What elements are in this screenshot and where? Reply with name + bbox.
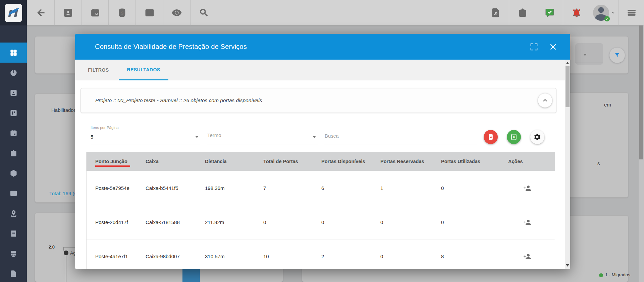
export-pdf-button[interactable] xyxy=(484,130,498,144)
chevron-up-icon xyxy=(542,97,548,104)
back-button[interactable] xyxy=(27,0,54,25)
assign-client-button[interactable] xyxy=(499,171,555,205)
topbar: $ xyxy=(0,0,644,25)
caret-down-icon[interactable] xyxy=(195,136,199,138)
tab-filtros[interactable]: FILTROS xyxy=(86,60,111,80)
sidebar-item-receipts[interactable] xyxy=(0,223,27,243)
modal-scrollbar[interactable] xyxy=(565,60,570,269)
sidebar-item-network[interactable] xyxy=(0,243,27,264)
screen: $ xyxy=(0,0,644,282)
caret-down-icon[interactable] xyxy=(313,136,316,138)
cell-total: 0 xyxy=(255,205,313,239)
scroll-up-arrow[interactable] xyxy=(566,62,569,64)
table-row: Poste-4a1e7f1 Caixa-98bd007 310.57m 10 2… xyxy=(87,239,555,269)
sidebar-item-billing[interactable]: $ xyxy=(0,183,27,203)
gear-icon xyxy=(533,133,541,141)
table-row: Poste-20d417f Caixa-5181588 211.82m 0 0 … xyxy=(87,205,555,239)
sidebar-item-charts[interactable] xyxy=(0,63,27,83)
logo-block[interactable] xyxy=(0,0,27,25)
project-accordion-title: Projeto :: 00_Projeto teste - Samuel :: … xyxy=(95,97,262,103)
scroll-down-arrow[interactable] xyxy=(566,264,569,267)
finance-button[interactable]: $ xyxy=(108,0,136,25)
col-header-portas-utilizadas[interactable]: Portas Utilizadas xyxy=(432,152,499,171)
busca-input[interactable] xyxy=(325,133,469,139)
items-per-page-label: Itens por Página xyxy=(91,126,119,130)
visibility-button[interactable] xyxy=(163,0,190,25)
money-card-icon: $ xyxy=(10,190,17,197)
col-header-ponto-juncao[interactable]: Ponto Junção xyxy=(87,152,137,171)
search-icon xyxy=(199,8,209,18)
col-header-portas-disponiveis[interactable]: Portas Disponíveis xyxy=(313,152,372,171)
termo-select[interactable] xyxy=(207,132,308,138)
message-check-icon xyxy=(545,8,555,18)
assign-client-button[interactable] xyxy=(499,205,555,239)
cell-caixa: Caixa-5181588 xyxy=(137,205,196,239)
col-header-acoes: Ações xyxy=(499,152,555,171)
sidebar-item-kit[interactable] xyxy=(0,143,27,163)
viability-modal: Consulta de Viabilidade de Prestação de … xyxy=(75,34,570,269)
col-header-distancia[interactable]: Distancia xyxy=(196,152,255,171)
pdf-file-icon xyxy=(491,8,501,18)
window-scrollbar[interactable] xyxy=(639,25,644,282)
approvals-button[interactable] xyxy=(536,0,563,25)
fullscreen-icon[interactable] xyxy=(530,43,538,51)
terminal-button[interactable] xyxy=(136,0,163,25)
col-header-total-portas[interactable]: Total de Portas xyxy=(255,152,313,171)
items-per-page-underline xyxy=(91,144,200,144)
collapse-button[interactable] xyxy=(538,93,552,108)
table-settings-button[interactable] xyxy=(530,130,544,144)
calendar-clock-icon xyxy=(10,129,17,137)
window-scrollbar-thumb[interactable] xyxy=(639,25,643,159)
bell-icon xyxy=(572,8,582,18)
sort-indicator xyxy=(95,165,130,167)
assign-client-button[interactable] xyxy=(499,239,555,269)
sidebar-item-documents[interactable] xyxy=(0,264,27,282)
sidebar-item-schedule[interactable] xyxy=(0,123,27,143)
pdf-export-button[interactable] xyxy=(482,0,509,25)
server-rack-icon xyxy=(10,250,17,258)
project-accordion[interactable]: Projeto :: 00_Projeto teste - Samuel :: … xyxy=(80,88,556,113)
col-header-portas-reservadas[interactable]: Portas Reservadas xyxy=(372,152,432,171)
menu-list-icon xyxy=(627,8,637,18)
cell-utilizadas: 0 xyxy=(432,171,499,205)
app-menu-button[interactable] xyxy=(619,0,644,25)
cell-utilizadas: 0 xyxy=(432,205,499,239)
items-per-page-select[interactable]: 5 xyxy=(91,134,93,140)
close-icon[interactable] xyxy=(549,43,557,51)
sidebar-item-dashboard[interactable] xyxy=(0,43,27,63)
sidebar-item-contacts[interactable] xyxy=(0,83,27,103)
sidebar-item-map[interactable] xyxy=(0,203,27,223)
kit-briefcase-icon xyxy=(518,8,528,18)
notifications-button[interactable] xyxy=(563,0,590,25)
eye-icon xyxy=(172,8,182,18)
pie-chart-icon xyxy=(10,69,17,77)
cube-icon xyxy=(10,169,17,177)
contact-card-icon xyxy=(10,89,17,97)
cell-total: 10 xyxy=(255,239,313,269)
cell-utilizadas: 8 xyxy=(432,239,499,269)
person-add-icon xyxy=(523,184,531,192)
tab-resultados[interactable]: RESULTADOS xyxy=(119,60,168,80)
search-button[interactable] xyxy=(190,0,217,25)
receipt-list-icon xyxy=(10,230,17,237)
logo-icon xyxy=(7,6,20,20)
excel-icon: X xyxy=(510,133,518,141)
pdf-icon xyxy=(487,134,494,140)
kanban-board-icon xyxy=(10,109,17,117)
sidebar-item-kanban[interactable] xyxy=(0,103,27,123)
export-excel-button[interactable]: X xyxy=(507,130,521,144)
map-pin-icon xyxy=(10,210,17,217)
schedule-button[interactable] xyxy=(82,0,108,25)
person-add-icon xyxy=(523,253,531,261)
cell-distancia: 198.36m xyxy=(196,171,255,205)
col-header-caixa[interactable]: Caixa xyxy=(137,152,196,171)
status-badge: ✓ xyxy=(604,16,610,21)
scrollbar-thumb[interactable] xyxy=(566,66,570,107)
cell-caixa: Caixa-98bd007 xyxy=(137,239,196,269)
kit-button[interactable] xyxy=(509,0,536,25)
sidebar-item-inventory[interactable] xyxy=(0,163,27,183)
user-menu[interactable]: ✓ xyxy=(590,0,619,25)
contacts-button[interactable] xyxy=(54,0,82,25)
termo-underline xyxy=(207,144,318,144)
modal-tabbar: FILTROS RESULTADOS xyxy=(75,60,570,80)
